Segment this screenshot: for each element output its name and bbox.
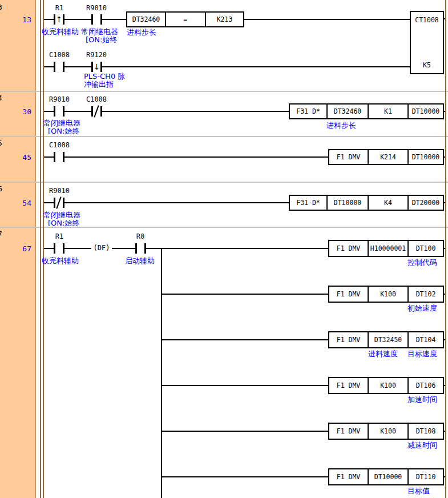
contact-r1[interactable]: ↑	[54, 14, 64, 25]
instruction-block[interactable]: F1 DMV K100 DT102	[328, 286, 444, 303]
wire-h	[444, 385, 445, 386]
wire-h	[444, 431, 445, 432]
wire-h	[44, 19, 54, 20]
instruction-arg: K100	[368, 378, 407, 393]
compare-block[interactable]: DT32460 = K213	[126, 11, 244, 27]
step-number[interactable]: 54	[10, 199, 31, 207]
contact-label: R9120	[74, 51, 119, 59]
contact-comment: [ON:始终	[86, 36, 117, 44]
wire-h	[444, 476, 445, 477]
wire-h	[146, 248, 328, 249]
wire-h	[162, 476, 328, 477]
wire-h	[444, 156, 445, 158]
instruction-block[interactable]: F1 DMV K214 DT10000	[328, 149, 444, 165]
ladder-editor: 3 13 ↑ R1 收完料辅助 R9010 常闭继电器 [ON:始终 DT324…	[0, 0, 448, 498]
instruction-arg: DT10000	[407, 150, 443, 164]
instruction-arg: K1	[368, 105, 407, 118]
wire-h	[162, 385, 328, 386]
instruction-arg: DT106	[407, 378, 443, 393]
right-bus-rail	[445, 0, 446, 498]
wire-h	[102, 111, 289, 112]
contact-label: R9010	[74, 4, 119, 12]
instruction-op: F1 DMV	[329, 150, 368, 164]
wire-h	[64, 19, 91, 20]
contact-label: C1008	[37, 141, 82, 149]
step-number[interactable]: 45	[10, 153, 31, 162]
instruction-op: F1 DMV	[329, 424, 368, 439]
contact-comment: 启动辅助	[125, 257, 155, 265]
contact-label: R9010	[37, 187, 82, 195]
instruction-arg: DT100	[407, 241, 443, 256]
contact-c1008[interactable]	[54, 152, 64, 162]
contact-label: C1008	[74, 95, 119, 103]
instruction-arg: DT108	[407, 424, 443, 439]
instruction-op: F1 DMV	[329, 378, 368, 393]
instruction-arg: DT10000	[368, 469, 407, 484]
normally-closed-slash-icon	[56, 196, 61, 208]
instruction-block[interactable]: F31 D* DT32460 K1 DT10000	[289, 103, 444, 119]
instruction-op: F1 DMV	[329, 469, 368, 484]
rising-edge-arrow-icon: ↑	[55, 14, 63, 25]
contact-comment: 常闭继电器	[81, 28, 118, 36]
wire-h	[44, 111, 54, 112]
contact-comment: 收完料辅助	[42, 28, 79, 36]
compare-comment: 进料步长	[127, 29, 156, 37]
step-number[interactable]: 13	[10, 15, 31, 24]
wire-h	[64, 248, 94, 249]
instruction-arg: DT20000	[407, 196, 443, 210]
instruction-comment: 减速时间	[407, 441, 437, 449]
instruction-arg: DT104	[407, 332, 443, 347]
wire-h	[162, 431, 328, 432]
wire-h	[162, 294, 328, 295]
instruction-block[interactable]: F1 DMV DT10000 DT110	[328, 468, 444, 485]
wire-h	[44, 66, 54, 67]
contact-r1[interactable]	[54, 243, 64, 254]
counter-block[interactable]: CT1008 K5	[410, 11, 444, 74]
step-number[interactable]: 30	[10, 107, 31, 116]
wire-h	[444, 202, 445, 203]
instruction-comment: 初始速度	[407, 304, 437, 312]
normally-closed-slash-icon	[94, 105, 99, 117]
wire-h	[444, 248, 445, 249]
instruction-arg: K214	[368, 150, 407, 164]
contact-comment: 常闭继电器	[43, 119, 80, 127]
instruction-comment: 控制代码	[407, 259, 437, 267]
contact-r9010-nc[interactable]	[54, 198, 64, 208]
compare-op: =	[165, 13, 205, 26]
wire-h	[64, 66, 91, 67]
df-instruction[interactable]: (DF)	[91, 244, 112, 252]
instruction-arg: DT10000	[326, 196, 368, 210]
step-number[interactable]: 67	[10, 244, 31, 253]
rung-separator	[0, 91, 448, 92]
contact-comment: [ON:始终	[48, 127, 79, 135]
wire-h	[244, 19, 410, 20]
instruction-arg: K100	[368, 424, 407, 439]
wire-h	[110, 248, 135, 249]
instruction-block[interactable]: F1 DMV H10000001 DT100	[328, 240, 444, 257]
counter-preset: K5	[411, 61, 443, 69]
instruction-block[interactable]: F1 DMV K100 DT108	[328, 423, 444, 440]
wire-h	[444, 111, 445, 112]
wire-h	[444, 294, 445, 295]
wire-h	[44, 202, 54, 203]
contact-comment: PLS-CH0 脉	[84, 73, 125, 81]
instruction-arg: K4	[368, 196, 407, 210]
instruction-arg: H10000001	[368, 241, 407, 256]
instruction-block[interactable]: F1 DMV DT32450 DT104	[328, 331, 444, 348]
contact-comment: 冲输出指	[84, 81, 114, 89]
instruction-arg: DT10000	[407, 105, 443, 118]
contact-c1008[interactable]	[54, 62, 64, 72]
instruction-comment: 目标值	[407, 487, 430, 495]
contact-r9010[interactable]	[54, 106, 64, 117]
rung-number: 5	[0, 139, 2, 147]
instruction-comment: 目标速度	[407, 350, 437, 358]
contact-r9010[interactable]	[91, 14, 102, 25]
wire-v	[161, 248, 162, 498]
contact-r0[interactable]	[135, 243, 146, 254]
contact-label: R0	[118, 232, 163, 240]
contact-r9120[interactable]: ↓	[91, 62, 102, 72]
contact-comment: 收完料辅助	[42, 257, 79, 265]
instruction-block[interactable]: F1 DMV K100 DT106	[328, 377, 444, 394]
contact-c1008-nc[interactable]	[91, 106, 102, 117]
instruction-block[interactable]: F31 D* DT10000 K4 DT20000	[289, 195, 444, 211]
